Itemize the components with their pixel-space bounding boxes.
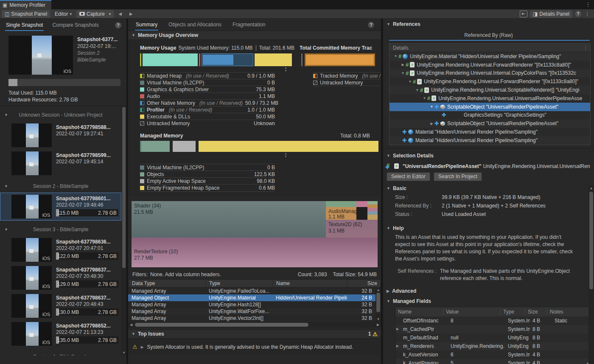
scroll-left-icon[interactable]: ◀ (128, 323, 134, 327)
foldout-triangle-icon[interactable]: ▼ (422, 96, 427, 100)
foldout-triangle-icon[interactable]: ▶ (400, 63, 406, 67)
toolbar-menu-icon[interactable]: ⋮ (584, 11, 591, 17)
tab-summary[interactable]: Summary (135, 19, 158, 31)
foldout-triangle-icon[interactable]: ▶ (429, 122, 434, 126)
legend-row[interactable]: Profiler (In use / Reserved) 1.0 / 1.0 M… (140, 106, 275, 113)
total-committed-memory-bar[interactable] (305, 53, 375, 66)
field-row[interactable]: OffsetOfInstanc 8 System.In 4 B Static (395, 316, 590, 325)
foldout-triangle-icon[interactable]: ▼ (415, 88, 420, 92)
table-row[interactable]: Managed Array UnityEngine.Hash128[] 32 B (128, 301, 375, 308)
field-row[interactable]: ▶ m_CachedPtr System.In 8 B (395, 325, 590, 333)
window-tab-memory-profiler[interactable]: ▣ Memory Profiler (0, 0, 51, 9)
expand-triangle-icon[interactable]: ▶ (396, 327, 401, 331)
reference-row[interactable]: ▼ # # UnityEngine.Rendering.Universal.Un… (389, 94, 590, 103)
snapshot-item[interactable]: Snapshot-637798599... 2022-02-07 19:45:1… (0, 149, 121, 177)
table-row-selected[interactable]: Managed Object UnityEngine.Material Hidd… (128, 294, 375, 301)
column-header-data-type[interactable]: Data Type (129, 280, 206, 287)
reference-row[interactable]: ▼ # # UnityEngine.Rendering.Universal.Sc… (389, 86, 590, 94)
memory-usage-bar[interactable] (140, 53, 296, 66)
help-icon[interactable]: ? (575, 11, 581, 17)
tab-compare-snapshots[interactable]: Compare Snapshots (51, 20, 99, 31)
treemap-texture2d-block[interactable]: Texture2D (62) 3.1 MB (326, 220, 378, 238)
sidebar-help-icon[interactable]: ? (115, 22, 121, 28)
legend-row[interactable]: Graphics & Graphics Driver 75.3 MB (140, 86, 275, 93)
column-header-type[interactable]: Type (500, 308, 525, 315)
field-row[interactable]: ▶ m_Renderers UnityEngine.Rendering. Uni… (395, 342, 590, 350)
legend-row[interactable]: Empty Active Heap Space 98.0 KB (140, 178, 275, 185)
snapshot-panel-button[interactable]: ◫ Snapshot Panel (2, 10, 50, 18)
snapshot-item-selected[interactable]: iOS Snapshot-637798601... 2022-02-07 19:… (0, 193, 121, 221)
reference-row-selected[interactable]: ▼ ✚ ScriptableObject "UniversalRenderPip… (389, 103, 590, 111)
reference-row[interactable]: ▼ # # UnityEngine.Rendering.Universal.Fo… (389, 77, 590, 86)
column-header-name[interactable]: Name (273, 280, 347, 287)
details-scrollbar[interactable]: ▲ (588, 185, 594, 364)
window-menu-icon[interactable]: ⋮ (585, 1, 591, 8)
scroll-down-icon[interactable]: ▼ (121, 351, 126, 355)
advanced-section-header[interactable]: ▶ Advanced (383, 284, 594, 297)
details-panel-button[interactable]: ◨ Details Panel (530, 10, 572, 18)
reference-row[interactable]: ✚ Material "Hidden/Universal Render Pipe… (389, 136, 590, 145)
foldout-triangle-icon[interactable]: ▼ (407, 80, 413, 84)
reference-row[interactable]: ▼ # # UnityEngine.Rendering.Universal.In… (389, 69, 590, 78)
forward-arrow-button[interactable]: ▶ (126, 11, 136, 16)
legend-row[interactable]: Empty Fragmented Heap Space 0.6 MB (140, 185, 275, 191)
treemap-audiomanager-block[interactable]: AudioManag 1.1 MB (326, 207, 356, 220)
column-header-value[interactable]: Value (443, 308, 500, 315)
legend-row[interactable]: Untracked Memory (313, 79, 382, 86)
memory-treemap[interactable]: Shader (34) 21.5 MB AudioManag 1.1 MB Te… (132, 201, 378, 267)
top-issues-header[interactable]: ▼ Top Issues 1 ⚠ (128, 329, 381, 339)
scroll-down-icon[interactable]: ▼ (375, 317, 381, 321)
back-arrow-button[interactable]: ◀ (115, 11, 125, 16)
snapshot-item[interactable]: Snapshot-637798588... 2022-02-07 19:27:4… (0, 121, 121, 149)
treemap-shader-block[interactable]: Shader (34) 21.5 MB (132, 201, 326, 238)
table-scrollbar[interactable]: ▲ ▼ (375, 288, 381, 322)
field-row[interactable]: k_AssetVersion 6 System.In 4 B (395, 350, 590, 359)
field-row[interactable]: k_AssetPreviou 5 System.In 4 B (395, 359, 590, 364)
column-header-size[interactable]: Size (347, 280, 381, 287)
reference-row[interactable]: ▼ # UnityEngine.Material "Hidden/Univers… (389, 52, 590, 61)
legend-row[interactable]: Managed Heap (In use / Reserved) 0.9 / 1… (140, 73, 275, 79)
field-row[interactable]: m_DefaultShad null UnityEng 8 B (395, 333, 590, 342)
managed-fields-header[interactable]: ▼ Managed Fields (383, 297, 594, 306)
column-header-size[interactable]: Size (525, 308, 547, 315)
table-row[interactable]: Managed Array UnityEngine.FailedToLoa...… (128, 288, 375, 294)
legend-row[interactable]: Untracked Memory Unknown (140, 120, 275, 127)
capture-button[interactable]: Capture ▾ (76, 10, 114, 18)
details-column-header[interactable]: Details (389, 44, 590, 52)
session-header-unknown[interactable]: ▼ Unknown Session - Unknown Project (0, 109, 121, 121)
references-header[interactable]: ▼ References (383, 19, 594, 30)
treemap-misc-blocks[interactable] (367, 201, 378, 220)
tab-fragmentation[interactable]: Fragmentation (232, 19, 266, 31)
summary-help-icon[interactable]: ? (368, 22, 374, 28)
scroll-up-icon[interactable]: ▲ (588, 186, 594, 190)
table-row[interactable]: Managed Array UnityEngine.WaitForFixe...… (128, 308, 375, 315)
snapshot-item[interactable]: iOS Snapshot-637798652... 2022-02-07 21:… (0, 320, 121, 348)
legend-row[interactable]: Executable & DLLs 50.0 MB (140, 113, 275, 120)
foldout-triangle-icon[interactable]: ▼ (400, 71, 406, 75)
snapshot-item[interactable]: iOS Snapshot-637798637... 2022-02-07 20:… (0, 292, 121, 320)
foldout-triangle-icon[interactable]: ▼ (393, 54, 398, 58)
session-header-3[interactable]: ▼ Session 3 - BibleSample (0, 223, 121, 236)
reference-row[interactable]: ▶ # # UnityEngine.Rendering.Universal.Fo… (389, 61, 590, 69)
scroll-right-icon[interactable]: ▶ (375, 323, 381, 327)
legend-row[interactable]: Tracked Memory (In use / R (313, 73, 382, 79)
expand-triangle-icon[interactable]: ▶ (141, 345, 144, 349)
sidebar-scrollbar[interactable]: ▼ (121, 106, 126, 356)
treemap-misc-green-block[interactable] (326, 201, 356, 207)
basic-section-header[interactable]: ▼ Basic (383, 184, 594, 193)
column-header-name[interactable]: Name (395, 308, 443, 315)
legend-row[interactable]: Other Native Memory (In use / Reserved) … (140, 100, 275, 106)
treemap-misc-pink-block[interactable] (356, 201, 367, 207)
managed-memory-bar[interactable] (140, 141, 378, 152)
column-header-notes[interactable]: Notes (547, 308, 590, 315)
selection-details-header[interactable]: ▼ Selection Details (383, 150, 594, 161)
help-section-header[interactable]: ▼ Help (383, 224, 594, 233)
legend-row[interactable]: Objects 122.5 KB (140, 171, 275, 178)
column-header-type[interactable]: Type (206, 280, 273, 287)
search-in-project-button[interactable]: Search In Project (434, 172, 482, 181)
select-in-editor-button[interactable]: Select in Editor (387, 172, 430, 181)
tab-objects-and-allocations[interactable]: Objects and Allocations (168, 19, 222, 31)
legend-row[interactable]: Virtual Machine (IL2CPP) 0 B (140, 79, 275, 86)
session-header-2[interactable]: ▼ Session 2 - BibleSample (0, 180, 121, 193)
session-header-4[interactable]: ▼ Session 4 - BibleSample (0, 350, 121, 356)
